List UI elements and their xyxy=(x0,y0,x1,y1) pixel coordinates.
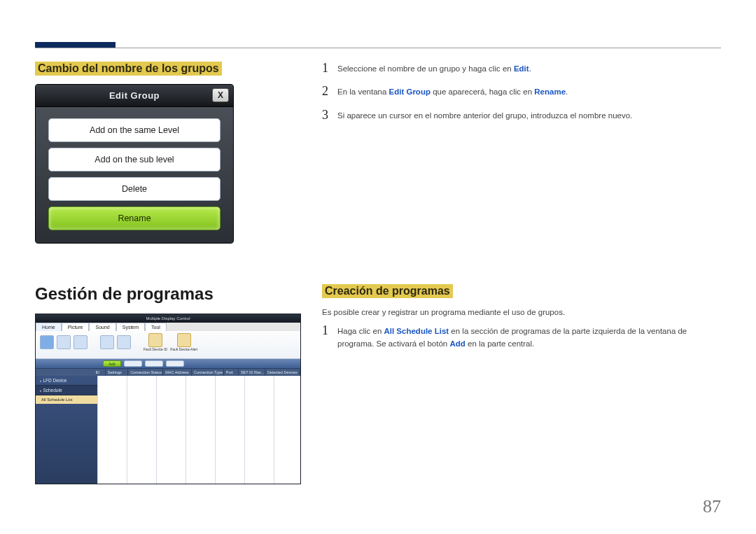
step-number: 2 xyxy=(322,85,337,97)
ribbon-icon[interactable] xyxy=(100,335,114,349)
column-header[interactable]: MAC Address xyxy=(163,369,192,376)
step-number: 1 xyxy=(322,324,337,337)
schedule-right-column: Creación de programas Es posible crear y… xyxy=(322,284,721,484)
step-text-part: En la ventana xyxy=(337,87,389,96)
page-content: Cambio del nombre de los grupos Edit Gro… xyxy=(0,0,756,505)
column-header[interactable]: Connection Type xyxy=(192,369,224,376)
column-header[interactable]: Port xyxy=(224,369,239,376)
heading-rename-groups: Cambio del nombre de los grupos xyxy=(35,62,222,76)
step-text-part: . xyxy=(529,64,531,73)
mdc-window-title: Multiple Display Control xyxy=(36,314,300,323)
close-icon[interactable]: X xyxy=(212,88,229,102)
toolbar-button[interactable] xyxy=(124,360,142,367)
section-schedule-management: Gestión de programas Multiple Display Co… xyxy=(35,284,721,484)
column-header[interactable]: Connection Status xyxy=(128,369,163,376)
mdc-ribbon: Fault Device ID Fault Device Alert xyxy=(36,331,300,359)
schedule-left-column: Gestión de programas Multiple Display Co… xyxy=(35,284,301,484)
ribbon-icon[interactable] xyxy=(57,335,71,349)
mdc-data-grid[interactable] xyxy=(97,376,300,484)
sidebar-item-schedule[interactable]: Schedule xyxy=(36,386,97,395)
ribbon-icon[interactable] xyxy=(74,335,88,349)
toolbar-button[interactable] xyxy=(145,360,163,367)
fault-device-alert-icon[interactable] xyxy=(177,333,191,347)
edit-group-titlebar: Edit Group X xyxy=(36,85,233,107)
mdc-body: LFD Device Schedule All Schedule List xyxy=(36,376,300,484)
heading-schedule-management: Gestión de programas xyxy=(35,284,301,304)
keyword-all-schedule-list: All Schedule List xyxy=(384,327,449,335)
ribbon-icon[interactable] xyxy=(117,335,131,349)
add-button[interactable]: Add xyxy=(103,360,121,367)
header-accent-bar xyxy=(35,42,115,48)
keyword-edit-group: Edit Group xyxy=(389,87,430,96)
heading-create-schedules: Creación de programas xyxy=(322,284,453,298)
fault-device-id-icon[interactable] xyxy=(148,333,162,347)
sidebar-item-lfd-device[interactable]: LFD Device xyxy=(36,376,97,386)
tab-sound[interactable]: Sound xyxy=(89,323,115,331)
edit-group-body: Add on the same Level Add on the sub lev… xyxy=(36,107,233,243)
step-text: En la ventana Edit Group que aparecerá, … xyxy=(337,85,721,98)
mdc-toolbar: Add xyxy=(36,359,300,369)
add-same-level-button[interactable]: Add on the same Level xyxy=(48,118,220,142)
mdc-ribbon-tabs: Home Picture Sound System Tool xyxy=(36,323,300,331)
tab-tool[interactable]: Tool xyxy=(145,323,167,331)
step-1: 1 Seleccione el nombre de un grupo y hag… xyxy=(322,62,721,75)
column-header[interactable]: SET ID Ran... xyxy=(239,369,265,376)
step-text: Seleccione el nombre de un grupo y haga … xyxy=(337,62,721,75)
edit-group-title: Edit Group xyxy=(109,90,160,101)
step-2: 2 En la ventana Edit Group que aparecerá… xyxy=(322,85,721,98)
ribbon-icon[interactable] xyxy=(40,335,54,349)
column-header[interactable]: Settings xyxy=(106,369,128,376)
keyword-rename: Rename xyxy=(534,87,566,96)
step-text-part: en la parte central. xyxy=(465,339,534,348)
rename-button[interactable]: Rename xyxy=(48,206,220,230)
toolbar-button[interactable] xyxy=(166,360,184,367)
step-text-part: . xyxy=(566,87,568,96)
add-sub-level-button[interactable]: Add on the sub level xyxy=(48,148,220,171)
section-rename-groups: Cambio del nombre de los grupos Edit Gro… xyxy=(35,62,721,244)
step-text-part: Si aparece un cursor en el nombre anteri… xyxy=(337,111,632,120)
delete-button[interactable]: Delete xyxy=(48,177,220,201)
schedule-step-1: 1 Haga clic en All Schedule List en la s… xyxy=(322,324,721,350)
step-3: 3 Si aparece un cursor en el nombre ante… xyxy=(322,108,721,122)
column-header[interactable]: ID xyxy=(94,369,106,376)
step-text-part: que aparecerá, haga clic en xyxy=(430,87,534,96)
mdc-sidebar: LFD Device Schedule All Schedule List xyxy=(36,376,97,484)
step-number: 3 xyxy=(322,108,337,121)
tab-picture[interactable]: Picture xyxy=(62,323,90,331)
tab-home[interactable]: Home xyxy=(36,323,62,331)
rename-steps: 1 Seleccione el nombre de un grupo y hag… xyxy=(322,62,721,244)
schedule-intro-text: Es posible crear y registrar un programa… xyxy=(322,307,721,318)
keyword-add: Add xyxy=(449,339,465,348)
rename-left-column: Cambio del nombre de los grupos Edit Gro… xyxy=(35,62,301,244)
column-header[interactable]: Detected Devices xyxy=(265,369,300,376)
mdc-window: Multiple Display Control Home Picture So… xyxy=(35,314,301,484)
page-number: 87 xyxy=(703,496,721,517)
header-rule xyxy=(35,48,721,48)
mdc-column-headers: ID Settings Connection Status MAC Addres… xyxy=(36,369,300,376)
edit-group-dialog: Edit Group X Add on the same Level Add o… xyxy=(35,84,234,244)
step-text-part: Seleccione el nombre de un grupo y haga … xyxy=(337,64,514,73)
step-text-part: Haga clic en xyxy=(337,327,384,335)
tab-system[interactable]: System xyxy=(116,323,145,331)
keyword-edit: Edit xyxy=(514,64,529,73)
ribbon-label: Fault Device ID xyxy=(144,347,167,351)
ribbon-label: Fault Device Alert xyxy=(170,347,197,351)
step-text: Si aparece un cursor en el nombre anteri… xyxy=(337,108,721,122)
step-text: Haga clic en All Schedule List en la sec… xyxy=(337,324,721,350)
sidebar-item-all-schedule-list[interactable]: All Schedule List xyxy=(36,395,97,404)
step-number: 1 xyxy=(322,62,337,74)
